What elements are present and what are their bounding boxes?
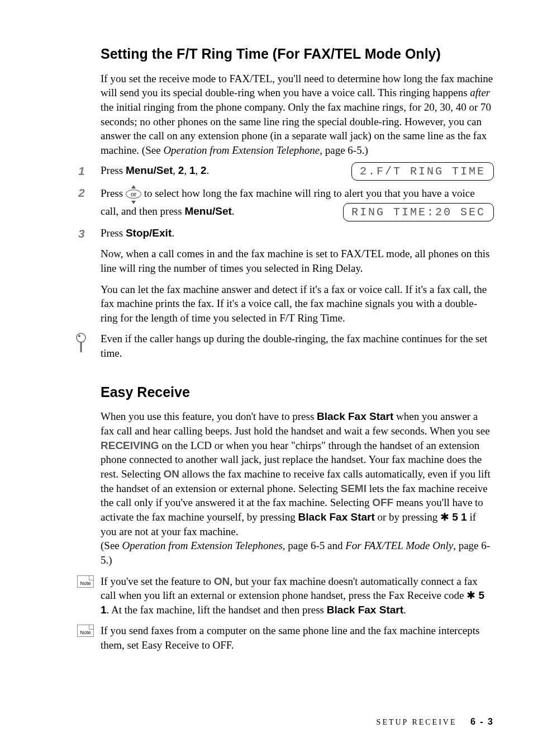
text: Press — [101, 227, 126, 239]
option-on: ON — [214, 575, 230, 587]
section1-title: Setting the F/T Ring Time (For FAX/TEL M… — [101, 45, 494, 64]
text: , page 6-5.) — [320, 144, 368, 156]
key-label: 1 — [189, 164, 196, 176]
text-italic: after — [470, 87, 490, 98]
step-3: 3 Press Stop/Exit. — [101, 226, 494, 240]
key-label: Black Fax Start — [327, 604, 403, 616]
text: If you set the receive mode to FAX/TEL, … — [101, 73, 493, 99]
text: . — [403, 604, 406, 616]
text: Press — [101, 164, 126, 176]
section2-title: Easy Receive — [101, 383, 494, 402]
text: Press — [101, 187, 126, 199]
magnifier-icon — [75, 333, 88, 358]
paragraph: You can let the fax machine answer and d… — [101, 282, 494, 325]
lcd-word: RECEIVING — [101, 440, 159, 451]
tip-block: Even if the caller hangs up during the d… — [101, 332, 494, 360]
text: , page 6-5 and — [283, 540, 345, 551]
key-label: Black Fax Start — [298, 511, 375, 523]
text: , — [195, 164, 201, 176]
key-label: Menu/Set — [126, 164, 173, 176]
option-on: ON — [163, 468, 179, 480]
option-off: OFF — [372, 497, 393, 508]
svg-rect-2 — [80, 342, 82, 352]
step-1: 1 Press Menu/Set, 2, 1, 2. 2.F/T RING TI… — [101, 163, 494, 181]
tip-text: Even if the caller hangs up during the d… — [101, 333, 487, 359]
key-label: Black Fax Start — [317, 410, 393, 422]
text: (See — [101, 540, 122, 551]
step-number: 1 — [78, 163, 85, 179]
note-block-2: Note If you send faxes from a computer o… — [101, 623, 494, 652]
step-2: 2 Press or to select how long the fax ma… — [101, 185, 494, 221]
lcd-display: 2.F/T RING TIME — [351, 162, 494, 181]
section2-paragraph: When you use this feature, you don't hav… — [101, 409, 494, 567]
option-semi: SEMI — [340, 483, 366, 494]
text: , — [184, 164, 189, 176]
updown-or-icon: or — [126, 185, 141, 204]
text: . — [207, 164, 210, 176]
reference: Operation from Extension Telephones — [122, 540, 283, 551]
star-icon: ✱ — [467, 589, 475, 601]
star-icon: ✱ — [440, 511, 449, 523]
text: or by pressing — [375, 511, 440, 523]
step-number: 3 — [78, 226, 85, 242]
key-label: 2 — [178, 164, 184, 176]
text: If you send faxes from a computer on the… — [101, 625, 479, 651]
lcd-display: RING TIME:20 SEC — [343, 203, 494, 221]
reference: Operation from Extension Telephone — [163, 144, 320, 156]
footer-section: SETUP RECEIVE — [377, 718, 457, 726]
note-icon: Note — [77, 575, 94, 588]
svg-point-1 — [78, 335, 80, 337]
code: 5 1 — [449, 511, 467, 523]
text: , — [173, 164, 178, 176]
section1-intro: If you set the receive mode to FAX/TEL, … — [101, 72, 494, 158]
note-icon: Note — [77, 625, 94, 637]
page-footer: SETUP RECEIVE 6 - 3 — [377, 716, 494, 728]
text: . — [172, 227, 174, 239]
paragraph: Now, when a call comes in and the fax ma… — [101, 247, 494, 275]
key-label: Stop/Exit — [126, 227, 172, 239]
text: . — [232, 205, 235, 217]
key-label: 2 — [201, 164, 207, 176]
text: . At the fax machine, lift the handset a… — [107, 604, 327, 616]
reference: For FAX/TEL Mode Only — [345, 540, 453, 551]
footer-page: 6 - 3 — [470, 717, 494, 726]
svg-point-0 — [77, 333, 85, 342]
step-number: 2 — [78, 185, 85, 201]
text: If you've set the feature to — [101, 575, 214, 587]
note-block-1: Note If you've set the feature to ON, bu… — [101, 574, 494, 617]
text: When you use this feature, you don't hav… — [101, 410, 317, 422]
key-label: Menu/Set — [184, 205, 231, 217]
